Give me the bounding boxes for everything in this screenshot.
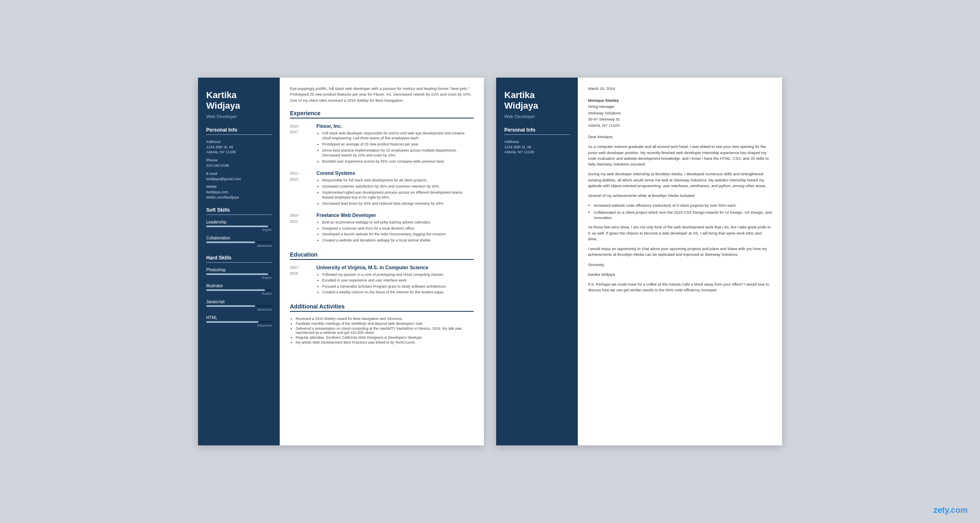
resume-name: Kartika Widjaya <box>206 90 272 112</box>
skill-bar-bg-html <box>206 321 272 323</box>
www-value: kwidjaya.com <box>206 190 272 195</box>
list-item: Pursued a Generalist Scholars Program gr… <box>322 284 447 289</box>
cover-paragraph-2: During my web developer internship at Br… <box>588 171 772 189</box>
list-item: Increased website code efficiency (reduc… <box>594 203 772 208</box>
skill-bar-fill-leadership <box>206 226 268 227</box>
corend-company: Corend Systems <box>316 170 474 176</box>
skill-bar-bg-photoshop <box>206 273 272 275</box>
cover-name: Kartika Widjaya <box>504 90 570 112</box>
cover-date: March 15, 2019 <box>588 86 772 92</box>
cover-address-label: Address <box>504 140 570 144</box>
name-line2: Widjaya <box>206 101 240 111</box>
recipient-company: Steinway Solutions <box>588 110 772 116</box>
list-item: Excelled in user experience and user int… <box>322 278 447 283</box>
flexor-dates: 2013 -2017 <box>290 123 312 165</box>
activities-list: Received a 2015 Webby Award for Best Nav… <box>290 317 474 344</box>
list-item: Followed my passion in a core of prototy… <box>322 272 447 277</box>
zety-domain: .com <box>949 505 968 514</box>
skill-bar-fill-html <box>206 321 258 323</box>
cover-greeting: Dear Monique, <box>588 134 772 140</box>
skill-name-illustrator: Illustrator <box>206 284 272 288</box>
cover-main: March 15, 2019 Monique Stanley Hiring Ma… <box>578 78 782 445</box>
recipient-title: Hiring Manager <box>588 103 772 110</box>
skill-name-photoshop: Photoshop <box>206 268 272 272</box>
phone-value: 310-242-0196 <box>206 163 272 168</box>
uva-degree: University of Virginia, M.S. in Computer… <box>316 265 447 270</box>
list-item: Decreased lead times by 30% and reduced … <box>322 201 474 206</box>
page-container: Kartika Widjaya Web Developer Personal I… <box>41 78 939 445</box>
zety-text: zety <box>933 505 949 514</box>
skill-bar-fill-collaboration <box>206 241 255 243</box>
list-item: Boosted user experience scores by 55% ov… <box>322 159 474 164</box>
soft-skill-collaboration: Collaboration Advanced <box>206 236 272 248</box>
skill-level-html: Advanced <box>206 324 272 327</box>
cover-paragraph-4: As these few wins show, I am not only fo… <box>588 224 772 242</box>
skill-level-leadership: Expert <box>206 228 272 232</box>
freelance-content: Freelance Web Developer Built an ecommer… <box>316 212 447 244</box>
skill-bar-bg-leadership <box>206 226 272 227</box>
cover-achievements-list: Increased website code efficiency (reduc… <box>588 203 772 220</box>
list-item: My article Web Development Best Practice… <box>296 340 474 344</box>
experience-section: Experience 2013 -2017 Flexor, Inc. Full … <box>290 110 474 244</box>
cover-paragraph-5: I would enjoy an opportunity to chat abo… <box>588 246 772 258</box>
www-label: WWW <box>206 185 272 189</box>
skill-level-collaboration: Advanced <box>206 244 272 248</box>
list-item: Prototyped an average of 25 new product … <box>322 142 474 147</box>
hard-skill-javascript: Javascript Advanced <box>206 299 272 311</box>
cover-name-line2: Widjaya <box>504 101 538 111</box>
recipient-name: Monique Stanley <box>588 97 772 103</box>
personal-info-heading: Personal Info <box>206 127 272 135</box>
resume-job-title: Web Developer <box>206 114 272 119</box>
exp-corend: 2011 -2013 Corend Systems Responsible fo… <box>290 170 474 207</box>
list-item: Developed a launch website for the indie… <box>322 232 447 237</box>
name-line1: Kartika <box>206 90 237 100</box>
list-item: Designed a customer web form for a local… <box>322 226 447 231</box>
activities-heading: Additional Activities <box>290 303 474 312</box>
skill-bar-bg-javascript <box>206 305 272 307</box>
cover-sincerely: Sincerely, <box>588 262 772 268</box>
cover-personal-info-heading: Personal Info <box>504 127 570 135</box>
education-section: Education 2007 -2010 University of Virgi… <box>290 251 474 296</box>
flexor-company: Flexor, Inc. <box>316 123 474 129</box>
zety-watermark: zety.com <box>933 505 968 515</box>
list-item: Facilitate monthly meetings of the Webfi… <box>296 322 474 326</box>
skill-name-html: HTML <box>206 315 272 320</box>
cover-name-line1: Kartika <box>504 90 535 100</box>
resume-main: Eye-poppingly prolific, full stack web d… <box>280 78 484 445</box>
list-item: Delivered a presentation on cloud comput… <box>296 326 474 335</box>
corend-bullets: Responsible for full stack web developme… <box>316 178 474 206</box>
phone-label: Phone <box>206 158 272 162</box>
cover-paragraph-3: Several of my achievements while at Broo… <box>588 193 772 199</box>
hard-skill-html: HTML Advanced <box>206 315 272 327</box>
uva-content: University of Virginia, M.S. in Computer… <box>316 265 447 296</box>
list-item: Built an ecommerce webapp to sell potty … <box>322 220 447 225</box>
recipient-address2: Astoria, NY 11103 <box>588 122 772 128</box>
resume-document: Kartika Widjaya Web Developer Personal I… <box>198 78 484 445</box>
soft-skill-leadership: Leadership Expert <box>206 220 272 232</box>
address-value: 1234 35th St, #6Astoria, NY 11106 <box>206 145 272 155</box>
skill-name-collaboration: Collaboration <box>206 236 272 240</box>
freelance-bullets: Built an ecommerce webapp to sell potty … <box>316 220 447 243</box>
list-item: Created a website and donations webapp f… <box>322 238 447 243</box>
corend-dates: 2011 -2013 <box>290 170 312 207</box>
list-item: Regular attendee, Southern California We… <box>296 335 474 340</box>
skill-level-photoshop: Expert <box>206 276 272 279</box>
list-item: Implemented Agile/Lean development proce… <box>322 190 474 200</box>
skill-bar-fill-javascript <box>206 305 255 307</box>
experience-heading: Experience <box>290 110 474 118</box>
twitter-value: twitter.com/kwidjaya <box>206 195 272 200</box>
cover-job-title: Web Developer <box>504 114 570 119</box>
list-item: Drove best practice implementation for 2… <box>322 148 474 158</box>
flexor-bullets: Full stack web developer responsible for… <box>316 131 474 164</box>
list-item: Responsible for full stack web developme… <box>322 178 474 183</box>
soft-skills-heading: Soft Skills <box>206 207 272 215</box>
cover-signature: Kartika Widjaya <box>588 272 772 277</box>
hard-skill-illustrator: Illustrator Expert <box>206 284 272 295</box>
cover-recipient: Monique Stanley Hiring Manager Steinway … <box>588 97 772 128</box>
list-item: Created a weekly column on the future of… <box>322 290 447 295</box>
exp-freelance: 2010 -2011 Freelance Web Developer Built… <box>290 212 474 244</box>
skill-bar-bg-illustrator <box>206 289 272 291</box>
cover-letter-document: Kartika Widjaya Web Developer Personal I… <box>496 78 782 445</box>
exp-flexor: 2013 -2017 Flexor, Inc. Full stack web d… <box>290 123 474 165</box>
email-value: kwidjaya@gmail.com <box>206 177 272 182</box>
